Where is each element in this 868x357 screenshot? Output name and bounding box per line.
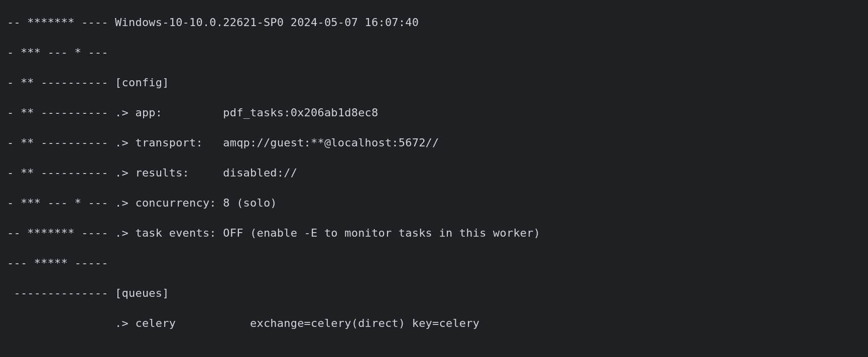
banner-line-transport: - ** ---------- .> transport: amqp://gue… (7, 135, 861, 150)
banner-line-queues-header: -------------- [queues] (7, 286, 861, 301)
banner-line-art: - *** --- * --- (7, 45, 861, 60)
banner-line-concurrency: - *** --- * --- .> concurrency: 8 (solo) (7, 196, 861, 211)
banner-line-results: - ** ---------- .> results: disabled:// (7, 165, 861, 181)
banner-line-platform: -- ******* ---- Windows-10-10.0.22621-SP… (7, 15, 861, 30)
terminal-output[interactable]: -- ******* ---- Windows-10-10.0.22621-SP… (0, 0, 868, 357)
banner-line-config-header: - ** ---------- [config] (7, 75, 861, 90)
banner-line-task-events: -- ******* ---- .> task events: OFF (ena… (7, 226, 861, 241)
banner-line-queue-celery: .> celery exchange=celery(direct) key=ce… (7, 316, 861, 331)
blank-line (7, 346, 861, 357)
banner-line-art: --- ***** ----- (7, 256, 861, 271)
banner-line-app: - ** ---------- .> app: pdf_tasks:0x206a… (7, 105, 861, 120)
